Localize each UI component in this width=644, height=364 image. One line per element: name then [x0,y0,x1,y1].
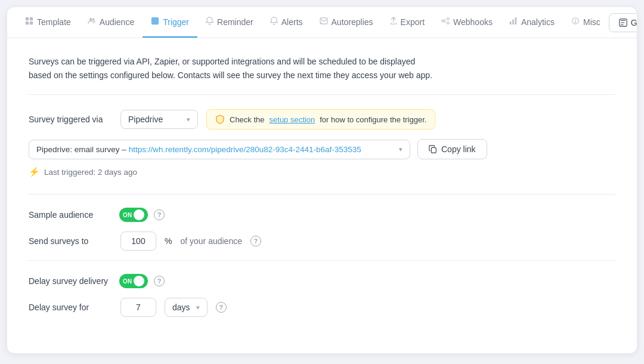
tab-trigger-label: Trigger [163,17,189,27]
copy-icon [429,145,437,153]
main-card: Template Audience Trigger Reminder Alert… [7,7,637,353]
tab-alerts[interactable]: Alerts [262,7,311,38]
send-surveys-help[interactable]: ? [250,236,261,246]
trigger-icon [151,17,159,27]
guide-label: Guide [631,18,637,27]
send-surveys-suffix: of your audience [180,236,242,246]
tab-webhooks[interactable]: Webhooks [433,7,501,38]
svg-rect-12 [512,19,514,24]
template-icon [25,17,33,27]
tab-autoreplies-label: Autoreplies [332,17,373,27]
sample-audience-label: Sample audience [29,210,112,220]
info-text: Check the [230,115,265,124]
svg-point-9 [447,18,450,20]
delay-unit-chevron: ▾ [196,304,200,311]
webhook-label: Pipedrive: email survey – [36,145,126,154]
setup-section-link[interactable]: setup section [270,115,315,124]
delay-for-help[interactable]: ? [216,302,227,313]
sample-audience-toggle-wrap: ON ? [119,208,165,222]
delay-delivery-toggle[interactable]: ON [119,274,148,288]
tab-analytics-label: Analytics [521,17,555,27]
alerts-icon [270,17,278,27]
misc-icon [571,17,580,27]
svg-rect-1 [30,17,33,20]
tab-audience-label: Audience [100,17,134,27]
tab-template[interactable]: Template [17,7,79,38]
tab-template-label: Template [37,17,71,27]
shield-icon [215,115,225,124]
tab-audience[interactable]: Audience [79,7,143,38]
tab-reminder-label: Reminder [217,17,253,27]
sample-audience-help[interactable]: ? [154,209,165,220]
svg-point-8 [442,20,444,22]
tab-autoreplies[interactable]: Autoreplies [311,8,382,38]
delay-delivery-help[interactable]: ? [154,276,165,286]
svg-rect-0 [26,17,29,20]
svg-rect-11 [510,21,512,24]
trigger-via-row: Survey triggered via Pipedrive ▾ Check t… [29,109,615,129]
export-icon [390,17,397,27]
guide-button[interactable]: Guide [609,13,637,32]
send-surveys-unit: % [165,236,172,246]
trigger-via-selected: Pipedrive [128,115,163,124]
copy-link-button[interactable]: Copy link [417,139,487,159]
trigger-info-banner: Check the setup section for how to confi… [206,109,435,129]
delay-for-input[interactable] [120,298,156,317]
delay-unit-dropdown[interactable]: days ▾ [165,298,208,317]
tab-reminder[interactable]: Reminder [197,7,262,38]
divider-1 [29,194,615,195]
webhook-row: Pipedrive: email survey – https://wh.ret… [29,139,615,159]
tab-trigger[interactable]: Trigger [143,7,197,38]
trigger-via-label: Survey triggered via [29,115,112,124]
description-text: Surveys can be triggered via API, Zapier… [29,55,434,82]
webhook-url-select[interactable]: Pipedrive: email survey – https://wh.ret… [29,140,410,159]
svg-point-5 [92,18,95,21]
trigger-via-dropdown[interactable]: Pipedrive ▾ [120,110,198,129]
send-surveys-row: Send surveys to % of your audience ? [29,232,615,251]
delay-for-label: Delay survey for [29,303,112,312]
info-suffix: for how to configure the trigger. [320,115,426,124]
svg-rect-13 [515,17,517,24]
sample-audience-on-label: ON [123,212,132,218]
last-triggered-text: Last triggered: 2 days ago [44,168,137,177]
analytics-icon [509,17,518,27]
delay-unit-label: days [172,303,190,312]
delay-delivery-on-label: ON [123,278,132,285]
reminder-icon [206,17,213,27]
webhook-url: https://wh.retently.com/pipedrive/280u82… [129,145,361,154]
tab-export-label: Export [401,17,425,27]
delay-delivery-label: Delay survey delivery [29,276,112,286]
last-triggered-row: ⚡ Last triggered: 2 days ago [29,166,615,177]
webhooks-icon [441,17,450,27]
svg-rect-6 [151,17,159,24]
content-area: Surveys can be triggered via API, Zapier… [7,38,637,343]
copy-link-label: Copy link [441,144,476,154]
delay-delivery-toggle-wrap: ON ? [119,274,165,288]
bolt-icon: ⚡ [29,166,40,177]
description-box: Surveys can be triggered via API, Zapier… [29,55,615,95]
svg-rect-3 [30,21,33,24]
tabs-bar: Template Audience Trigger Reminder Alert… [7,7,637,38]
tab-misc[interactable]: Misc [563,7,609,38]
svg-point-4 [89,18,92,20]
sample-audience-toggle[interactable]: ON [119,208,148,222]
send-surveys-label: Send surveys to [29,236,112,246]
autoreplies-icon [320,17,328,26]
sample-audience-row: Sample audience ON ? [29,208,615,222]
audience-icon [88,17,96,27]
trigger-via-chevron: ▾ [187,116,190,124]
send-surveys-input[interactable] [120,232,156,251]
tab-alerts-label: Alerts [281,17,303,27]
tab-export[interactable]: Export [382,7,433,38]
tab-webhooks-label: Webhooks [453,17,493,27]
tab-misc-label: Misc [583,17,600,27]
divider-2 [29,260,615,261]
delay-delivery-row: Delay survey delivery ON ? [29,274,615,288]
tab-analytics[interactable]: Analytics [501,7,563,38]
svg-rect-2 [26,21,29,24]
delay-for-row: Delay survey for days ▾ ? [29,298,615,317]
svg-point-10 [447,22,450,24]
webhook-chevron: ▾ [399,146,402,153]
svg-rect-16 [431,148,436,153]
